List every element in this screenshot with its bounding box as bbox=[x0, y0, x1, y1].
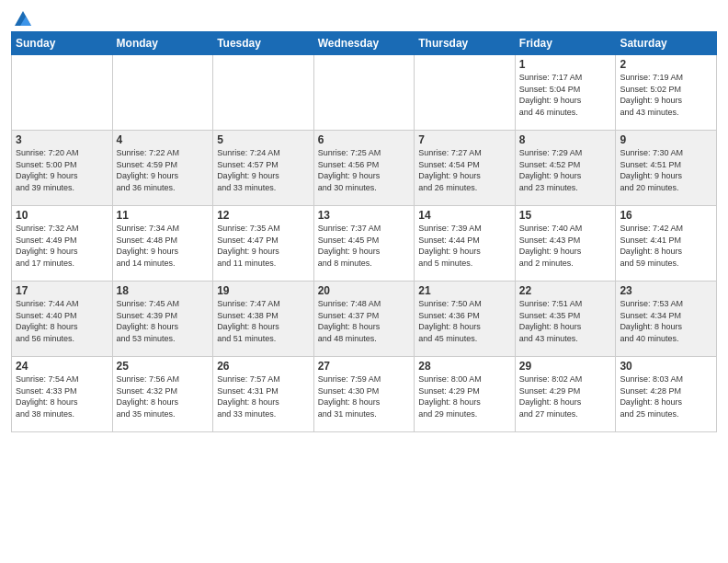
calendar-cell: 24Sunrise: 7:54 AM Sunset: 4:33 PM Dayli… bbox=[12, 357, 113, 432]
calendar-cell: 12Sunrise: 7:35 AM Sunset: 4:47 PM Dayli… bbox=[213, 206, 314, 282]
day-number: 22 bbox=[519, 284, 612, 297]
calendar-cell: 20Sunrise: 7:48 AM Sunset: 4:37 PM Dayli… bbox=[313, 282, 415, 357]
day-info: Sunrise: 7:24 AM Sunset: 4:57 PM Dayligh… bbox=[217, 147, 310, 193]
header-day-wednesday: Wednesday bbox=[313, 32, 415, 55]
day-number: 28 bbox=[418, 360, 511, 373]
day-number: 4 bbox=[117, 133, 210, 146]
day-number: 24 bbox=[16, 360, 108, 373]
day-number: 15 bbox=[519, 209, 612, 222]
day-number: 9 bbox=[620, 133, 712, 146]
day-info: Sunrise: 8:00 AM Sunset: 4:29 PM Dayligh… bbox=[418, 373, 511, 419]
header-day-saturday: Saturday bbox=[616, 32, 717, 55]
calendar-cell: 11Sunrise: 7:34 AM Sunset: 4:48 PM Dayli… bbox=[112, 206, 213, 282]
calendar-week-3: 10Sunrise: 7:32 AM Sunset: 4:49 PM Dayli… bbox=[12, 206, 717, 282]
calendar-cell bbox=[313, 55, 415, 131]
logo-icon bbox=[13, 9, 33, 29]
day-info: Sunrise: 7:35 AM Sunset: 4:47 PM Dayligh… bbox=[217, 223, 310, 269]
day-number: 27 bbox=[318, 360, 411, 373]
calendar-cell bbox=[213, 55, 314, 131]
day-info: Sunrise: 8:03 AM Sunset: 4:28 PM Dayligh… bbox=[620, 373, 712, 419]
calendar-cell: 29Sunrise: 8:02 AM Sunset: 4:29 PM Dayli… bbox=[515, 357, 616, 432]
calendar-cell: 1Sunrise: 7:17 AM Sunset: 5:04 PM Daylig… bbox=[515, 55, 616, 131]
calendar-cell: 27Sunrise: 7:59 AM Sunset: 4:30 PM Dayli… bbox=[313, 357, 415, 432]
logo bbox=[11, 9, 33, 26]
day-number: 19 bbox=[217, 284, 310, 297]
header-day-sunday: Sunday bbox=[12, 32, 113, 55]
day-info: Sunrise: 7:32 AM Sunset: 4:49 PM Dayligh… bbox=[16, 223, 108, 269]
day-number: 17 bbox=[16, 284, 108, 297]
day-info: Sunrise: 7:47 AM Sunset: 4:38 PM Dayligh… bbox=[217, 298, 310, 344]
calendar-cell: 4Sunrise: 7:22 AM Sunset: 4:59 PM Daylig… bbox=[112, 131, 213, 206]
day-info: Sunrise: 7:48 AM Sunset: 4:37 PM Dayligh… bbox=[318, 298, 411, 344]
main-container: SundayMondayTuesdayWednesdayThursdayFrid… bbox=[0, 0, 728, 440]
calendar-cell: 23Sunrise: 7:53 AM Sunset: 4:34 PM Dayli… bbox=[616, 282, 717, 357]
calendar-cell: 5Sunrise: 7:24 AM Sunset: 4:57 PM Daylig… bbox=[213, 131, 314, 206]
day-info: Sunrise: 8:02 AM Sunset: 4:29 PM Dayligh… bbox=[519, 373, 612, 419]
day-number: 10 bbox=[16, 209, 108, 222]
calendar-cell: 21Sunrise: 7:50 AM Sunset: 4:36 PM Dayli… bbox=[415, 282, 516, 357]
calendar-cell: 10Sunrise: 7:32 AM Sunset: 4:49 PM Dayli… bbox=[12, 206, 113, 282]
calendar-cell bbox=[112, 55, 213, 131]
calendar-cell: 30Sunrise: 8:03 AM Sunset: 4:28 PM Dayli… bbox=[616, 357, 717, 432]
calendar-cell: 7Sunrise: 7:27 AM Sunset: 4:54 PM Daylig… bbox=[415, 131, 516, 206]
day-info: Sunrise: 7:50 AM Sunset: 4:36 PM Dayligh… bbox=[418, 298, 511, 344]
day-number: 23 bbox=[620, 284, 712, 297]
calendar-cell: 18Sunrise: 7:45 AM Sunset: 4:39 PM Dayli… bbox=[112, 282, 213, 357]
day-number: 21 bbox=[418, 284, 511, 297]
calendar-week-5: 24Sunrise: 7:54 AM Sunset: 4:33 PM Dayli… bbox=[12, 357, 717, 432]
day-info: Sunrise: 7:27 AM Sunset: 4:54 PM Dayligh… bbox=[418, 147, 511, 193]
day-info: Sunrise: 7:54 AM Sunset: 4:33 PM Dayligh… bbox=[16, 373, 108, 419]
day-info: Sunrise: 7:22 AM Sunset: 4:59 PM Dayligh… bbox=[117, 147, 210, 193]
calendar-cell: 28Sunrise: 8:00 AM Sunset: 4:29 PM Dayli… bbox=[415, 357, 516, 432]
day-info: Sunrise: 7:56 AM Sunset: 4:32 PM Dayligh… bbox=[117, 373, 210, 419]
day-info: Sunrise: 7:57 AM Sunset: 4:31 PM Dayligh… bbox=[217, 373, 310, 419]
day-info: Sunrise: 7:19 AM Sunset: 5:02 PM Dayligh… bbox=[620, 72, 712, 118]
calendar-cell: 22Sunrise: 7:51 AM Sunset: 4:35 PM Dayli… bbox=[515, 282, 616, 357]
day-number: 8 bbox=[519, 133, 612, 146]
day-info: Sunrise: 7:40 AM Sunset: 4:43 PM Dayligh… bbox=[519, 223, 612, 269]
calendar-cell: 2Sunrise: 7:19 AM Sunset: 5:02 PM Daylig… bbox=[616, 55, 717, 131]
day-number: 5 bbox=[217, 133, 310, 146]
calendar-header-row: SundayMondayTuesdayWednesdayThursdayFrid… bbox=[12, 32, 717, 55]
day-info: Sunrise: 7:53 AM Sunset: 4:34 PM Dayligh… bbox=[620, 298, 712, 344]
header-day-monday: Monday bbox=[112, 32, 213, 55]
day-number: 6 bbox=[318, 133, 411, 146]
header bbox=[11, 9, 717, 26]
day-info: Sunrise: 7:25 AM Sunset: 4:56 PM Dayligh… bbox=[318, 147, 411, 193]
day-number: 7 bbox=[418, 133, 511, 146]
day-info: Sunrise: 7:29 AM Sunset: 4:52 PM Dayligh… bbox=[519, 147, 612, 193]
calendar-week-1: 1Sunrise: 7:17 AM Sunset: 5:04 PM Daylig… bbox=[12, 55, 717, 131]
day-number: 30 bbox=[620, 360, 712, 373]
day-number: 14 bbox=[418, 209, 511, 222]
calendar-cell: 9Sunrise: 7:30 AM Sunset: 4:51 PM Daylig… bbox=[616, 131, 717, 206]
calendar-cell: 16Sunrise: 7:42 AM Sunset: 4:41 PM Dayli… bbox=[616, 206, 717, 282]
day-info: Sunrise: 7:20 AM Sunset: 5:00 PM Dayligh… bbox=[16, 147, 108, 193]
calendar-cell: 6Sunrise: 7:25 AM Sunset: 4:56 PM Daylig… bbox=[313, 131, 415, 206]
day-number: 20 bbox=[318, 284, 411, 297]
day-info: Sunrise: 7:17 AM Sunset: 5:04 PM Dayligh… bbox=[519, 72, 612, 118]
calendar-cell bbox=[415, 55, 516, 131]
day-info: Sunrise: 7:30 AM Sunset: 4:51 PM Dayligh… bbox=[620, 147, 712, 193]
day-info: Sunrise: 7:34 AM Sunset: 4:48 PM Dayligh… bbox=[117, 223, 210, 269]
day-number: 16 bbox=[620, 209, 712, 222]
calendar-week-4: 17Sunrise: 7:44 AM Sunset: 4:40 PM Dayli… bbox=[12, 282, 717, 357]
day-number: 13 bbox=[318, 209, 411, 222]
day-number: 18 bbox=[117, 284, 210, 297]
calendar-week-2: 3Sunrise: 7:20 AM Sunset: 5:00 PM Daylig… bbox=[12, 131, 717, 206]
header-day-tuesday: Tuesday bbox=[213, 32, 314, 55]
day-number: 26 bbox=[217, 360, 310, 373]
day-number: 25 bbox=[117, 360, 210, 373]
calendar-cell: 25Sunrise: 7:56 AM Sunset: 4:32 PM Dayli… bbox=[112, 357, 213, 432]
day-number: 11 bbox=[117, 209, 210, 222]
day-number: 2 bbox=[620, 58, 712, 71]
header-day-thursday: Thursday bbox=[415, 32, 516, 55]
day-number: 1 bbox=[519, 58, 612, 71]
calendar-cell: 19Sunrise: 7:47 AM Sunset: 4:38 PM Dayli… bbox=[213, 282, 314, 357]
calendar-cell: 15Sunrise: 7:40 AM Sunset: 4:43 PM Dayli… bbox=[515, 206, 616, 282]
day-info: Sunrise: 7:37 AM Sunset: 4:45 PM Dayligh… bbox=[318, 223, 411, 269]
calendar-cell: 26Sunrise: 7:57 AM Sunset: 4:31 PM Dayli… bbox=[213, 357, 314, 432]
calendar-cell: 3Sunrise: 7:20 AM Sunset: 5:00 PM Daylig… bbox=[12, 131, 113, 206]
day-number: 12 bbox=[217, 209, 310, 222]
header-day-friday: Friday bbox=[515, 32, 616, 55]
day-info: Sunrise: 7:51 AM Sunset: 4:35 PM Dayligh… bbox=[519, 298, 612, 344]
